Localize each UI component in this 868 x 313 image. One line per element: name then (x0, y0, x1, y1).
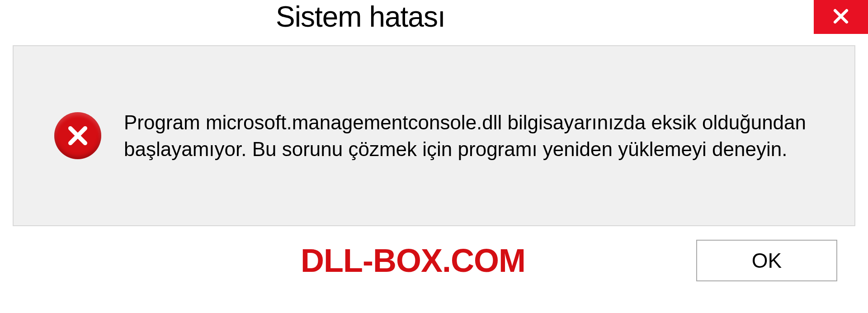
close-icon (831, 6, 851, 28)
content-panel: Program microsoft.managementconsole.dll … (13, 45, 855, 226)
error-icon (54, 112, 101, 159)
close-button[interactable] (814, 0, 868, 34)
error-icon-wrapper (54, 112, 101, 159)
dialog-title: Sistem hatası (276, 0, 445, 33)
watermark: DLL-BOX.COM (301, 242, 525, 279)
titlebar: Sistem hatası (0, 0, 868, 45)
footer: DLL-BOX.COM OK (0, 226, 868, 281)
ok-button[interactable]: OK (696, 240, 837, 281)
error-message: Program microsoft.managementconsole.dll … (124, 109, 827, 163)
